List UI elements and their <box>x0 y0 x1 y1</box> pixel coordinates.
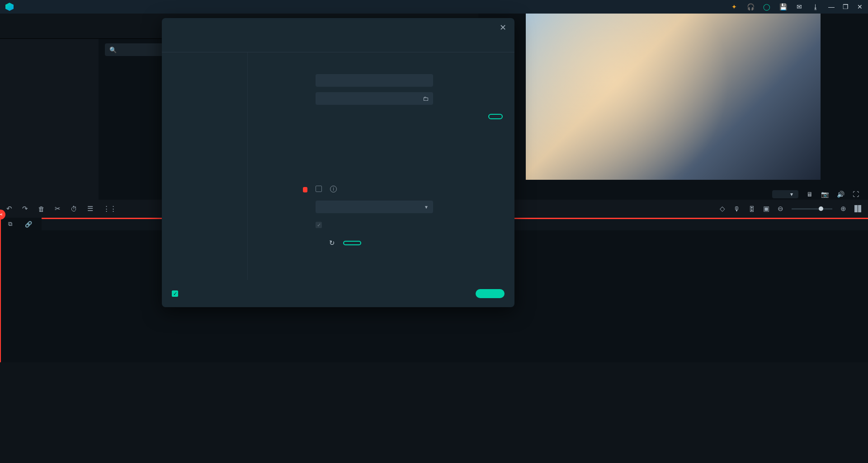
link-icon[interactable]: 🔗 <box>25 221 32 228</box>
zoom-in-icon[interactable]: ⊕ <box>840 205 846 213</box>
refresh-icon[interactable]: ↻ <box>329 239 335 247</box>
idea-icon[interactable]: ✦ <box>731 3 738 10</box>
cut-icon[interactable]: ✂ <box>55 205 61 213</box>
preview-video[interactable] <box>526 14 821 180</box>
headphones-icon[interactable]: 🎧 <box>747 3 754 10</box>
add-drive-button[interactable] <box>343 241 361 245</box>
timeline-mode-icon[interactable]: ⧉ <box>8 220 12 228</box>
export-dialog: ✕ 🗀 <box>162 18 514 307</box>
zoom-out-icon[interactable]: ⊖ <box>778 205 783 213</box>
search-icon: 🔍 <box>109 47 117 53</box>
save-to-input[interactable]: 🗀 <box>316 92 433 105</box>
zoom-fit-icon[interactable] <box>854 205 862 212</box>
export-tabs <box>162 37 514 52</box>
display-icon[interactable]: 🖥 <box>807 191 813 198</box>
save-icon[interactable]: 💾 <box>779 3 787 10</box>
delete-icon[interactable]: 🗑 <box>38 205 45 213</box>
menubar: ✦ 🎧 ◯ 💾 ✉ ⭳ — ❐ ✕ <box>0 0 868 14</box>
snapshot-icon[interactable]: 📷 <box>821 191 829 198</box>
name-input[interactable] <box>316 74 433 87</box>
close-button[interactable]: ✕ <box>857 3 863 10</box>
auto-highlight-checkbox[interactable] <box>316 186 322 192</box>
minimize-button[interactable]: — <box>828 3 834 10</box>
download-icon[interactable]: ⭳ <box>812 3 819 10</box>
adjust-icon[interactable]: ☰ <box>87 205 93 213</box>
export-button[interactable] <box>476 289 505 298</box>
mail-icon[interactable]: ✉ <box>796 3 803 10</box>
upload-cloud-checkbox[interactable]: ✓ <box>316 222 322 228</box>
audio-fx-icon[interactable]: ⋮⋮ <box>103 205 117 213</box>
volume-icon[interactable]: 🔊 <box>837 191 844 198</box>
auto-highlight-select[interactable]: ▼ <box>316 201 433 213</box>
effects-categories <box>0 39 99 200</box>
speed-icon[interactable]: ⏱ <box>71 205 77 213</box>
export-form: 🗀 <box>248 52 514 280</box>
folder-icon[interactable]: 🗀 <box>423 95 429 102</box>
voiceover-icon[interactable]: 🎙 <box>733 205 740 213</box>
export-format-list <box>162 52 248 280</box>
preview-panel: { } ▾ 🖥 📷 🔊 ⛶ <box>478 14 868 200</box>
undo-icon[interactable]: ↶ <box>6 205 12 213</box>
preview-quality-select[interactable]: ▾ <box>772 190 798 198</box>
account-icon[interactable]: ◯ <box>763 3 770 10</box>
marker-icon[interactable]: ◇ <box>720 205 725 213</box>
dialog-close-button[interactable]: ✕ <box>500 23 506 33</box>
zoom-slider[interactable] <box>792 208 832 210</box>
playhead-cursor[interactable]: ✂ <box>0 218 1 362</box>
settings-button[interactable] <box>488 114 503 119</box>
render-icon[interactable]: ▣ <box>763 205 769 213</box>
gpu-checkbox[interactable]: ✓ <box>172 290 178 297</box>
hot-badge <box>303 187 307 192</box>
app-logo-icon <box>5 3 14 11</box>
fullscreen-icon[interactable]: ⛶ <box>853 191 859 198</box>
mixer-icon[interactable]: 🎛 <box>748 205 755 213</box>
maximize-button[interactable]: ❐ <box>843 3 848 10</box>
info-icon[interactable]: i <box>330 186 337 192</box>
chevron-down-icon: ▾ <box>790 191 793 197</box>
redo-icon[interactable]: ↷ <box>22 205 28 213</box>
chevron-down-icon: ▼ <box>424 205 429 210</box>
